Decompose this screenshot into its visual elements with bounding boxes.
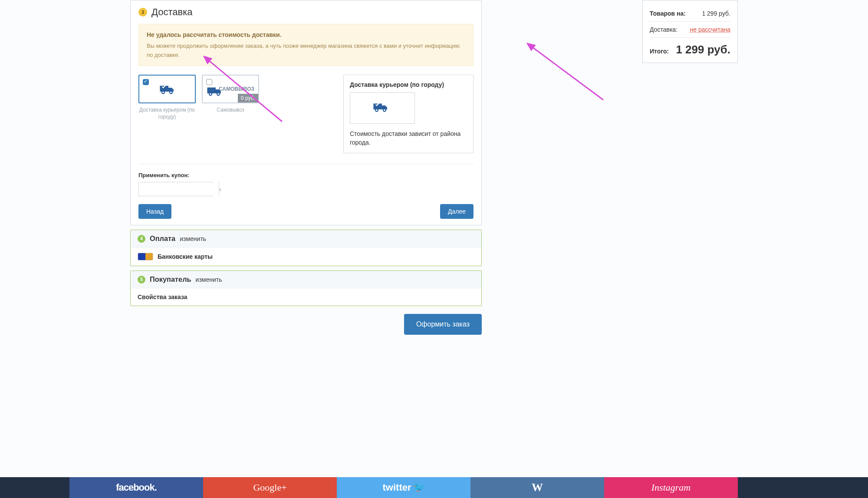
shipping-option-pickup: САМОВЫВОЗ 0 руб. Самовывоз [202,75,259,153]
svg-point-5 [383,109,386,112]
payment-method-label: Банковские карты [158,253,213,260]
delivery-panel: 3 Доставка Не удалось рассчитать стоимос… [130,0,482,225]
shipping-detail-image [350,92,415,124]
payment-panel: 4 Оплата изменить Банковские карты [130,230,482,266]
svg-point-0 [162,91,164,94]
coupon-input[interactable] [139,182,219,196]
buyer-change-link[interactable]: изменить [196,276,222,283]
shipping-options: Доставка курьером (по городу) САМОВЫВОЗ … [131,75,481,164]
svg-point-1 [170,91,172,94]
buyer-title: Покупатель [150,275,191,284]
delivery-warning: Не удалось рассчитать стоимость доставки… [138,24,473,66]
svg-point-3 [217,93,220,96]
checkbox-icon [143,79,149,85]
summary-ship-value: не рассчитана [690,26,731,33]
step-badge-4: 4 [138,235,145,243]
step-badge-3: 3 [138,8,147,16]
checkbox-icon [206,79,212,85]
payment-header: 4 Оплата изменить [131,230,481,247]
coupon-label: Применить купон: [138,172,473,178]
shipping-detail-card: Доставка курьером (по городу) Стоимость … [343,75,473,153]
divider [138,164,473,164]
pickup-label: САМОВЫВОЗ [219,86,254,92]
shipping-pickup-box[interactable]: САМОВЫВОЗ 0 руб. [202,75,259,103]
coupon-apply-button[interactable]: › [219,182,221,196]
back-button[interactable]: Назад [138,204,171,219]
delivery-header: 3 Доставка [131,0,481,24]
truck-icon [159,84,175,94]
shipping-detail-text: Стоимость доставки зависит от района гор… [350,130,467,147]
summary-goods-value: 1 299 руб. [702,10,730,17]
warning-title: Не удалось рассчитать стоимость доставки… [147,30,465,40]
buyer-header: 5 Покупатель изменить [131,271,481,288]
payment-title: Оплата [150,234,175,243]
order-summary: Товаров на: 1 299 руб. Доставка: не расс… [642,0,738,63]
cards-icon [138,253,153,261]
buyer-panel: 5 Покупатель изменить Свойства заказа [130,270,482,306]
buyer-body-label: Свойства заказа [138,294,187,300]
submit-order-button[interactable]: Оформить заказ [404,314,482,335]
warning-body: Вы можете продолжить оформление заказа, … [147,43,460,58]
pickup-price: 0 руб. [238,94,258,102]
svg-point-2 [209,93,212,96]
step-badge-5: 5 [138,276,145,284]
payment-body: Банковские карты [131,247,481,266]
summary-ship-label: Доставка: [650,26,677,33]
summary-goods-label: Товаров на: [650,10,686,17]
truck-icon [373,102,392,115]
buyer-body: Свойства заказа [131,288,481,306]
next-button[interactable]: Далее [440,204,473,219]
summary-total-label: Итого: [650,48,669,55]
shipping-courier-caption: Доставка курьером (по городу) [138,107,196,120]
coupon-section: Применить купон: › [131,172,481,204]
shipping-option-courier: Доставка курьером (по городу) [138,75,196,153]
summary-total-value: 1 299 руб. [676,43,730,56]
delivery-title: Доставка [151,7,192,18]
shipping-pickup-caption: Самовывоз [202,107,259,114]
svg-point-4 [375,109,378,112]
truck-icon [207,86,216,92]
shipping-detail-title: Доставка курьером (по городу) [350,81,467,88]
shipping-courier-box[interactable] [138,75,196,103]
payment-change-link[interactable]: изменить [180,235,206,242]
